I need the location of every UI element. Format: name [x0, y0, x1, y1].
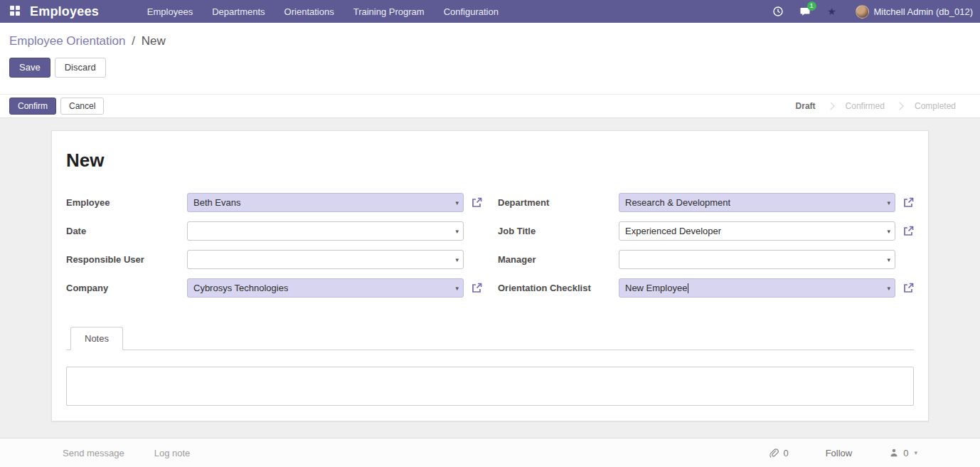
field-row-date: Date ▾	[66, 221, 482, 241]
external-link-icon[interactable]	[464, 197, 482, 209]
dropdown-caret-icon[interactable]: ▾	[455, 285, 459, 292]
user-menu[interactable]: Mitchell Admin (db_012)	[856, 5, 973, 19]
top-menu: Employees Departments Orientations Train…	[147, 6, 499, 17]
company-value: Cybrosys Technologies	[193, 283, 288, 293]
form-left-column: Employee Beth Evans ▾ Date	[66, 193, 482, 307]
department-label: Department	[498, 197, 619, 208]
attachment-count: 0	[783, 448, 788, 458]
user-name: Mitchell Admin (db_012)	[874, 6, 973, 17]
form-buttons: Save Discard	[9, 58, 980, 78]
state-completed[interactable]: Completed	[900, 101, 970, 111]
statusbar-buttons: Confirm Cancel	[9, 98, 104, 115]
state-draft[interactable]: Draft	[782, 101, 830, 111]
menu-configuration[interactable]: Configuration	[444, 6, 499, 17]
field-row-responsible-user: Responsible User ▾	[66, 250, 482, 269]
field-row-employee: Employee Beth Evans ▾	[66, 193, 482, 212]
company-label: Company	[66, 283, 187, 293]
field-row-orientation-checklist: Orientation Checklist New Employee ▾	[498, 278, 914, 298]
apps-menu-icon[interactable]	[10, 6, 21, 17]
employee-field[interactable]: Beth Evans ▾	[187, 193, 464, 212]
manager-label: Manager	[498, 254, 619, 265]
follow-button[interactable]: Follow	[826, 448, 853, 458]
notes-input[interactable]	[66, 367, 914, 406]
systray: 1 ★ Mitchell Admin (db_012)	[772, 5, 973, 19]
orientation-checklist-value: New Employee	[625, 283, 687, 293]
chatter-right: 0 Follow 0 ▾	[769, 448, 917, 458]
chatter-bar: Send message Log note 0 Follow 0 ▾	[0, 438, 980, 467]
field-row-job-title: Job Title Experienced Developer ▾	[498, 221, 914, 241]
orientation-checklist-label: Orientation Checklist	[498, 283, 619, 293]
notebook-tabs: Notes	[66, 327, 914, 350]
activities-clock-icon[interactable]	[772, 5, 784, 18]
responsible-user-field[interactable]: ▾	[187, 250, 464, 269]
form-grid: Employee Beth Evans ▾ Date	[66, 193, 914, 307]
job-title-field[interactable]: Experienced Developer ▾	[619, 221, 895, 241]
star-glyph: ★	[827, 6, 836, 16]
attachments-button[interactable]: 0	[769, 448, 788, 458]
messages-icon[interactable]: 1	[799, 5, 811, 18]
discard-button[interactable]: Discard	[55, 58, 106, 78]
orientation-checklist-field[interactable]: New Employee ▾	[619, 278, 895, 298]
breadcrumb-current: New	[142, 34, 166, 48]
dropdown-caret-icon[interactable]: ▾	[887, 228, 890, 235]
menu-employees[interactable]: Employees	[147, 6, 193, 17]
external-link-icon[interactable]	[464, 283, 482, 294]
unread-badge: 1	[807, 1, 816, 11]
status-pipeline: Draft Confirmed Completed	[782, 101, 970, 111]
cancel-button[interactable]: Cancel	[60, 98, 104, 115]
dropdown-caret-icon[interactable]: ▾	[887, 256, 890, 263]
department-value: Research & Development	[625, 197, 730, 208]
save-button[interactable]: Save	[9, 58, 50, 78]
star-icon[interactable]: ★	[826, 5, 838, 18]
date-field[interactable]: ▾	[187, 221, 464, 241]
confirm-button[interactable]: Confirm	[9, 98, 56, 115]
breadcrumb-parent-link[interactable]: Employee Orientation	[9, 34, 125, 48]
dropdown-caret-icon[interactable]: ▾	[455, 199, 459, 206]
paperclip-icon	[769, 448, 779, 458]
person-icon	[889, 448, 899, 458]
job-title-value: Experienced Developer	[625, 226, 721, 236]
form-sheet: New Employee Beth Evans ▾	[51, 130, 929, 421]
dropdown-caret-icon[interactable]: ▾	[887, 285, 890, 292]
external-link-icon[interactable]	[895, 226, 914, 237]
field-row-manager: Manager ▾	[498, 250, 914, 269]
log-note-button[interactable]: Log note	[154, 448, 191, 458]
department-field[interactable]: Research & Development ▾	[619, 193, 895, 212]
manager-field[interactable]: ▾	[619, 250, 895, 269]
control-panel: Employee Orientation / New Save Discard	[0, 23, 980, 94]
menu-orientations[interactable]: Orientations	[284, 6, 334, 17]
user-avatar	[856, 5, 869, 19]
follower-count: 0	[903, 448, 908, 458]
external-link-icon[interactable]	[895, 197, 914, 209]
employee-label: Employee	[66, 197, 187, 208]
dropdown-caret-icon[interactable]: ▾	[887, 199, 890, 206]
state-confirmed[interactable]: Confirmed	[831, 101, 899, 111]
form-right-column: Department Research & Development ▾ Job …	[498, 193, 914, 307]
field-row-company: Company Cybrosys Technologies ▾	[66, 278, 482, 298]
content-area: New Employee Beth Evans ▾	[0, 118, 980, 438]
app-name[interactable]: Employees	[30, 4, 99, 19]
responsible-user-label: Responsible User	[66, 254, 187, 265]
menu-training-program[interactable]: Training Program	[353, 6, 425, 17]
followers-button[interactable]: 0 ▾	[889, 448, 917, 458]
job-title-label: Job Title	[498, 226, 619, 236]
external-link-icon[interactable]	[895, 283, 914, 294]
followers-caret-icon: ▾	[914, 449, 917, 456]
company-field[interactable]: Cybrosys Technologies ▾	[187, 278, 464, 298]
field-row-department: Department Research & Development ▾	[498, 193, 914, 212]
dropdown-caret-icon[interactable]: ▾	[455, 228, 459, 235]
tab-notes[interactable]: Notes	[70, 327, 123, 350]
breadcrumb-separator: /	[132, 34, 135, 48]
statusbar: Confirm Cancel Draft Confirmed Completed	[0, 94, 980, 118]
record-title: New	[66, 149, 914, 172]
top-navbar: Employees Employees Departments Orientat…	[0, 0, 980, 23]
breadcrumb: Employee Orientation / New	[9, 34, 980, 48]
text-cursor	[688, 283, 688, 293]
dropdown-caret-icon[interactable]: ▾	[455, 256, 459, 263]
send-message-button[interactable]: Send message	[63, 448, 124, 458]
date-label: Date	[66, 226, 187, 236]
employee-value: Beth Evans	[193, 197, 241, 208]
menu-departments[interactable]: Departments	[212, 6, 265, 17]
